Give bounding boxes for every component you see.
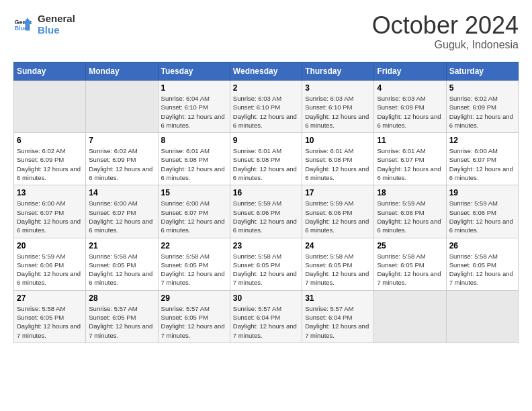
cell-info: Sunrise: 6:04 AMSunset: 6:10 PMDaylight:… [161, 94, 227, 130]
calendar-cell: 13Sunrise: 6:00 AMSunset: 6:07 PMDayligh… [14, 185, 86, 238]
calendar-cell: 7Sunrise: 6:02 AMSunset: 6:09 PMDaylight… [86, 133, 158, 185]
calendar-cell: 16Sunrise: 5:59 AMSunset: 6:06 PMDayligh… [230, 185, 302, 238]
day-number: 26 [449, 241, 515, 250]
cell-info: Sunrise: 6:03 AMSunset: 6:10 PMDaylight:… [233, 94, 299, 130]
calendar-cell: 27Sunrise: 5:58 AMSunset: 6:05 PMDayligh… [14, 290, 86, 342]
week-row-0: 1Sunrise: 6:04 AMSunset: 6:10 PMDaylight… [14, 81, 519, 133]
cell-info: Sunrise: 5:58 AMSunset: 6:05 PMDaylight:… [17, 304, 83, 340]
logo-general: General [38, 13, 75, 25]
cell-info: Sunrise: 5:59 AMSunset: 6:06 PMDaylight:… [449, 199, 515, 234]
day-number: 1 [161, 83, 227, 93]
logo-blue: Blue [38, 25, 75, 36]
cell-info: Sunrise: 5:58 AMSunset: 6:05 PMDaylight:… [377, 252, 443, 287]
title-area: October 2024 Guguk, Indonesia [372, 13, 519, 51]
col-header-sunday: Sunday [14, 62, 86, 81]
cell-info: Sunrise: 6:03 AMSunset: 6:09 PMDaylight:… [377, 94, 443, 130]
cell-info: Sunrise: 6:02 AMSunset: 6:09 PMDaylight:… [449, 94, 515, 130]
calendar-cell: 15Sunrise: 6:00 AMSunset: 6:07 PMDayligh… [158, 185, 230, 238]
calendar-cell [374, 290, 446, 342]
col-header-friday: Friday [374, 62, 446, 81]
day-number: 22 [161, 241, 227, 250]
day-number: 11 [377, 136, 443, 145]
logo: General Blue General Blue [13, 13, 75, 36]
week-row-4: 27Sunrise: 5:58 AMSunset: 6:05 PMDayligh… [14, 290, 519, 342]
calendar-cell: 19Sunrise: 5:59 AMSunset: 6:06 PMDayligh… [446, 185, 518, 238]
month-title: October 2024 [372, 13, 519, 38]
day-number: 2 [233, 83, 299, 93]
day-number: 29 [161, 293, 227, 303]
header: General Blue General Blue October 2024 G… [13, 13, 519, 51]
cell-info: Sunrise: 5:57 AMSunset: 6:04 PMDaylight:… [233, 304, 299, 340]
day-number: 28 [89, 293, 154, 303]
calendar-cell: 31Sunrise: 5:57 AMSunset: 6:04 PMDayligh… [302, 290, 374, 342]
day-number: 7 [89, 136, 154, 145]
cell-info: Sunrise: 6:01 AMSunset: 6:08 PMDaylight:… [305, 146, 371, 182]
cell-info: Sunrise: 5:58 AMSunset: 6:05 PMDaylight:… [449, 252, 515, 287]
calendar-cell: 21Sunrise: 5:58 AMSunset: 6:05 PMDayligh… [86, 238, 158, 290]
week-row-1: 6Sunrise: 6:02 AMSunset: 6:09 PMDaylight… [14, 133, 519, 185]
cell-info: Sunrise: 6:01 AMSunset: 6:08 PMDaylight:… [233, 146, 299, 182]
day-number: 4 [377, 83, 443, 93]
calendar-cell: 2Sunrise: 6:03 AMSunset: 6:10 PMDaylight… [230, 81, 302, 133]
day-number: 31 [305, 293, 371, 303]
week-row-2: 13Sunrise: 6:00 AMSunset: 6:07 PMDayligh… [14, 185, 519, 238]
cell-info: Sunrise: 6:00 AMSunset: 6:07 PMDaylight:… [449, 146, 515, 182]
day-number: 30 [233, 293, 299, 303]
calendar-cell: 23Sunrise: 5:58 AMSunset: 6:05 PMDayligh… [230, 238, 302, 290]
calendar-cell [86, 81, 158, 133]
day-number: 13 [17, 188, 83, 197]
calendar-cell: 18Sunrise: 5:59 AMSunset: 6:06 PMDayligh… [374, 185, 446, 238]
cell-info: Sunrise: 6:03 AMSunset: 6:10 PMDaylight:… [305, 94, 371, 130]
day-number: 24 [305, 241, 371, 250]
calendar-cell: 26Sunrise: 5:58 AMSunset: 6:05 PMDayligh… [446, 238, 518, 290]
calendar-cell: 11Sunrise: 6:01 AMSunset: 6:07 PMDayligh… [374, 133, 446, 185]
day-number: 14 [89, 188, 154, 197]
day-number: 18 [377, 188, 443, 197]
day-number: 12 [449, 136, 515, 145]
cell-info: Sunrise: 6:02 AMSunset: 6:09 PMDaylight:… [89, 146, 154, 182]
calendar-table: SundayMondayTuesdayWednesdayThursdayFrid… [13, 62, 519, 343]
calendar-cell: 9Sunrise: 6:01 AMSunset: 6:08 PMDaylight… [230, 133, 302, 185]
day-number: 16 [233, 188, 299, 197]
day-number: 23 [233, 241, 299, 250]
col-header-tuesday: Tuesday [158, 62, 230, 81]
day-number: 21 [89, 241, 154, 250]
calendar-cell: 20Sunrise: 5:59 AMSunset: 6:06 PMDayligh… [14, 238, 86, 290]
calendar-cell: 3Sunrise: 6:03 AMSunset: 6:10 PMDaylight… [302, 81, 374, 133]
col-header-thursday: Thursday [302, 62, 374, 81]
cell-info: Sunrise: 5:59 AMSunset: 6:06 PMDaylight:… [17, 252, 83, 287]
col-header-wednesday: Wednesday [230, 62, 302, 81]
cell-info: Sunrise: 5:59 AMSunset: 6:06 PMDaylight:… [305, 199, 371, 234]
cell-info: Sunrise: 5:58 AMSunset: 6:05 PMDaylight:… [305, 252, 371, 287]
cell-info: Sunrise: 5:59 AMSunset: 6:06 PMDaylight:… [233, 199, 299, 234]
cell-info: Sunrise: 5:58 AMSunset: 6:05 PMDaylight:… [89, 252, 154, 287]
cell-info: Sunrise: 6:01 AMSunset: 6:07 PMDaylight:… [377, 146, 443, 182]
calendar-cell: 30Sunrise: 5:57 AMSunset: 6:04 PMDayligh… [230, 290, 302, 342]
calendar-cell: 8Sunrise: 6:01 AMSunset: 6:08 PMDaylight… [158, 133, 230, 185]
cell-info: Sunrise: 5:57 AMSunset: 6:05 PMDaylight:… [89, 304, 154, 340]
cell-info: Sunrise: 5:59 AMSunset: 6:06 PMDaylight:… [377, 199, 443, 234]
day-number: 9 [233, 136, 299, 145]
col-header-monday: Monday [86, 62, 158, 81]
calendar-cell: 17Sunrise: 5:59 AMSunset: 6:06 PMDayligh… [302, 185, 374, 238]
cell-info: Sunrise: 5:58 AMSunset: 6:05 PMDaylight:… [233, 252, 299, 287]
calendar-cell: 10Sunrise: 6:01 AMSunset: 6:08 PMDayligh… [302, 133, 374, 185]
cell-info: Sunrise: 6:02 AMSunset: 6:09 PMDaylight:… [17, 146, 83, 182]
day-number: 19 [449, 188, 515, 197]
day-number: 27 [17, 293, 83, 303]
cell-info: Sunrise: 6:00 AMSunset: 6:07 PMDaylight:… [161, 199, 227, 234]
day-number: 5 [449, 83, 515, 93]
calendar-cell: 6Sunrise: 6:02 AMSunset: 6:09 PMDaylight… [14, 133, 86, 185]
day-number: 8 [161, 136, 227, 145]
cell-info: Sunrise: 6:00 AMSunset: 6:07 PMDaylight:… [89, 199, 154, 234]
calendar-cell [14, 81, 86, 133]
calendar-cell: 28Sunrise: 5:57 AMSunset: 6:05 PMDayligh… [86, 290, 158, 342]
calendar-cell [446, 290, 518, 342]
logo-icon: General Blue [13, 15, 32, 34]
day-number: 6 [17, 136, 83, 145]
day-number: 20 [17, 241, 83, 250]
day-number: 10 [305, 136, 371, 145]
cell-info: Sunrise: 5:57 AMSunset: 6:04 PMDaylight:… [305, 304, 371, 340]
day-number: 3 [305, 83, 371, 93]
calendar-cell: 12Sunrise: 6:00 AMSunset: 6:07 PMDayligh… [446, 133, 518, 185]
